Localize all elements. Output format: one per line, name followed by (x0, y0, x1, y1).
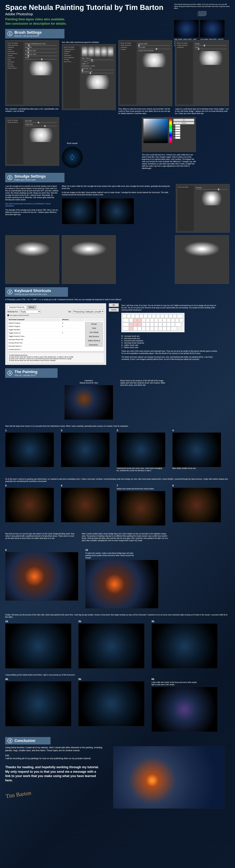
brush-opt[interactable]: Shape Dynamics (7, 122, 23, 123)
brush-opt[interactable]: Brush Tip Shape (178, 186, 193, 188)
brush-panel-scattering: Brush Tip Shape Shape Dynamics Scatterin… (175, 40, 229, 106)
brush-panel-transfer: Brush Tip Shape Shape Dynamics Scatterin… (119, 40, 172, 106)
brush-opt[interactable]: Texture (7, 49, 23, 50)
conclusion-text-1: Using these brushes I create all of my n… (5, 746, 106, 752)
brush-opt[interactable]: Shape Dynamics (177, 44, 192, 46)
use-default-button[interactable]: Use Default (85, 331, 103, 334)
set-select[interactable]: Photoshop Defaults (modified) (73, 310, 104, 313)
delete-shortcut-button[interactable]: Delete Shortcut (85, 339, 103, 342)
cancel-button[interactable]: Cancel (109, 308, 119, 312)
brush-opt[interactable]: Scattering (64, 51, 79, 52)
table-row: Default Foregrou...D Accept Undo Use Def… (8, 321, 104, 324)
col-header: Tool Panel Command (8, 318, 61, 321)
brush-opt[interactable]: Color Dynamics (7, 53, 23, 54)
tab-menus[interactable]: Menus (27, 305, 36, 309)
brush-option-list: Brush Tip Shape Shape Dynamics Scatterin… (120, 42, 136, 104)
h-input[interactable] (175, 125, 180, 127)
brush-opt[interactable]: Dual Brush (7, 51, 23, 52)
flip-x-checkbox[interactable]: Flip X (84, 61, 87, 62)
brush-opt[interactable]: Build-up (7, 63, 23, 65)
color-inputs: OK Cancel H: S: B: R: G: B: (173, 119, 194, 150)
ok-button[interactable]: OK (109, 303, 119, 307)
brush-option-list: Brush Tip Shape Shape Dynamics Scatterin… (7, 42, 23, 104)
break-text: So at this point I noticed my painting w… (5, 478, 230, 483)
brush-opt[interactable]: Brush Pose (64, 61, 79, 62)
panel-caption: Size: Alter slide randomness (good for n… (62, 41, 116, 43)
brush-preview (195, 51, 227, 65)
color-picker-dialog[interactable]: OK Cancel H: S: B: R: G: B: (142, 117, 196, 152)
step1-caption: Start with the large brush shown in (1) … (5, 425, 230, 427)
hue-slider[interactable] (169, 119, 172, 143)
brush-opt[interactable]: Shape Dynamics (64, 49, 79, 50)
summarize-button[interactable]: Summarize... (85, 343, 103, 347)
brush-opt[interactable]: Shape Dynamics (7, 44, 23, 46)
brush-opt[interactable]: Wet Edges (7, 61, 23, 63)
spacing-checkbox[interactable]: Spacing (84, 71, 89, 72)
undo-button[interactable]: Undo (85, 327, 103, 330)
conclusion-thanks: Thanks for reading, and hopefully workin… (5, 765, 101, 783)
tablet-icon (174, 11, 230, 19)
section-title: Brush Settings (15, 30, 42, 35)
painting-step-4 (172, 432, 221, 467)
step-caption: To add more variety I make a new linear … (85, 552, 134, 559)
brush-opt[interactable]: Brush Tip Shape (177, 42, 192, 44)
shortcuts-for-select[interactable]: Tools (20, 310, 41, 313)
section-number: 2 (7, 289, 12, 294)
brush-opt[interactable]: Protect Texture (7, 67, 23, 69)
label: Angle: (82, 63, 86, 65)
b-input[interactable] (175, 129, 180, 132)
tab-keyboard-shortcuts[interactable]: Keyboard Shortcuts (7, 305, 26, 309)
legacy-checkbox[interactable]: Use Legacy Channel Shortcuts (10, 315, 29, 316)
b2-input[interactable] (175, 137, 180, 139)
section-keyboard-shortcuts: 2 Keyboard Shortcuts Getting up your key… (5, 287, 68, 297)
brush-opt[interactable]: Noise (7, 59, 23, 61)
r-input[interactable] (175, 132, 180, 134)
brush-opt[interactable]: Texture (64, 53, 79, 54)
keyboard-diagram: ~1234567890-=⌫ TabQWERTYUIOP[]\ CapsASDF… (121, 313, 184, 332)
brush-panel-shape-dynamics: Brush Tip Shape Shape Dynamics Size Jitt… (5, 117, 59, 166)
painting-step-9 (5, 552, 78, 601)
value: 0° (87, 63, 89, 65)
brush-opt[interactable]: Brush Tip Shape (7, 42, 23, 44)
brush-opt[interactable]: Scattering (7, 46, 23, 48)
inspiration-right: Shown below is the progress of the left … (120, 379, 169, 386)
brush-opt[interactable]: Brush Pose (7, 57, 23, 59)
brush-opt[interactable]: Transfer (7, 55, 23, 56)
value: 150 px (86, 57, 90, 59)
smudge-link[interactable]: http://tylercreatesworlds.deviantart.com… (5, 203, 59, 207)
flip-y-checkbox[interactable]: Flip Y (91, 61, 94, 62)
brush-opt[interactable]: Transfer (64, 59, 79, 60)
brush-opt[interactable]: Color Dynamics (64, 57, 79, 58)
brush-opt[interactable]: Transfer (121, 49, 136, 50)
section-title: Conclusion (15, 739, 35, 743)
g-input[interactable] (175, 134, 180, 136)
painting-step-7 (116, 491, 165, 526)
label: Shortcuts For: (7, 311, 18, 313)
brush-opt[interactable]: Brush Tip Shape (64, 46, 79, 48)
label: Size (82, 57, 85, 59)
section-title: Keyboard Shortcuts (15, 288, 51, 293)
s-input[interactable] (175, 127, 180, 129)
conclusion-text-2: Edit: I will be recording all of my pain… (5, 754, 106, 760)
accept-button[interactable]: Accept (85, 322, 103, 326)
brush-opt[interactable]: Smoothing (7, 65, 23, 67)
smudge-method: What I do is paint a little bit, then sm… (62, 185, 173, 190)
smudge-method2: In the two images on the right I show an… (62, 191, 173, 196)
brush-opt[interactable]: Scattering (121, 46, 136, 48)
brush-opt[interactable]: Shape Dynamics (121, 44, 136, 46)
brush-opt[interactable]: Scattering (177, 46, 192, 48)
ok-button[interactable]: OK (173, 119, 194, 121)
painting-step-8 (172, 488, 221, 522)
brush-preview (82, 75, 113, 89)
section-subtitle: How do I actually do it? (15, 374, 37, 376)
painting-step-6b (152, 687, 217, 732)
color-field[interactable] (143, 119, 168, 143)
step-label: 8 (172, 484, 221, 487)
brush-opt[interactable]: Brush Tip Shape (7, 119, 23, 121)
step-label: 5b (78, 678, 145, 681)
brush-opt[interactable]: Brush Tip Shape (121, 42, 136, 44)
brush-opt[interactable]: Dual Brush (64, 55, 79, 56)
cancel-button[interactable]: Cancel (173, 122, 194, 124)
inspiration-label: Inspiration! Nebula around NL Tauri (64, 379, 113, 384)
add-shortcut-button[interactable]: Add Shortcut (85, 335, 103, 338)
